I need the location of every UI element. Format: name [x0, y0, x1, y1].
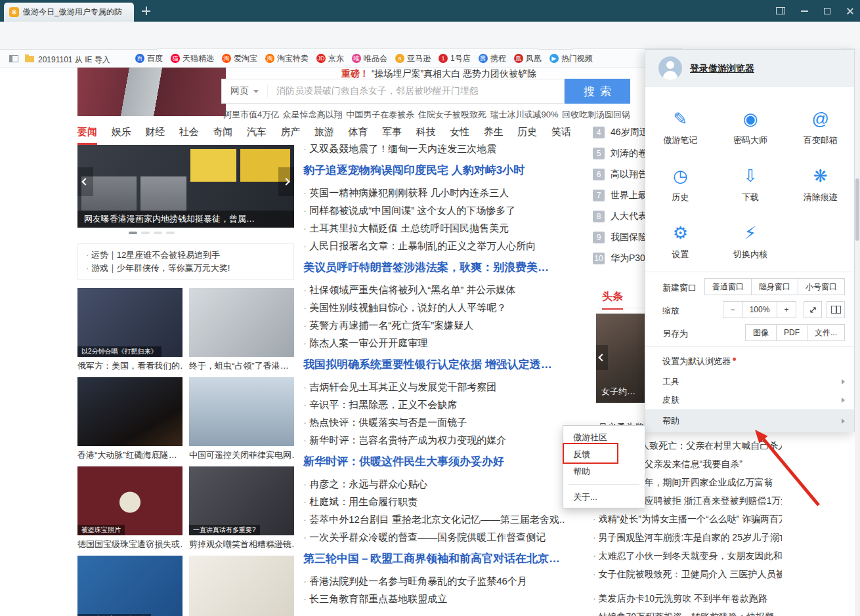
photo-card-image[interactable]: 被盗珠宝照片 — [77, 466, 183, 535]
headline-link[interactable]: 辛识平：扫黑除恶，正义不会缺席 — [303, 396, 572, 413]
headline-link[interactable]: 同样都被说成“中国间谍” 这个女人的下场惨多了 — [303, 201, 572, 219]
photo-card[interactable] — [189, 556, 294, 616]
headline-link[interactable]: 新华时评：供暖这件民生大事须办妥办好 — [303, 449, 572, 475]
submenu-help[interactable]: 帮助 — [563, 463, 645, 480]
photo-prev-icon[interactable] — [596, 345, 608, 370]
login-link[interactable]: 登录傲游浏览器 — [690, 63, 754, 75]
photo-card[interactable]: 中国可遥控关闭菲律宾电网… — [189, 377, 294, 461]
bookmark-item[interactable]: 1 1号店 — [439, 53, 471, 64]
photo-card-caption[interactable]: 终于，蛆虫“占领”了香港… — [189, 360, 294, 372]
submenu-community[interactable]: 傲游社区 — [563, 429, 645, 446]
new-window-option-button[interactable]: 隐身窗口 — [751, 278, 798, 295]
nav-tab[interactable]: 汽车 — [247, 126, 267, 145]
search-submit-button[interactable]: 搜索 — [565, 79, 630, 104]
headline-link[interactable]: 人民日报署名文章：止暴制乱的正义之举万人心所向 — [303, 237, 572, 255]
help-menu-item[interactable]: 帮助 — [645, 409, 854, 432]
scrollbar[interactable] — [855, 49, 860, 616]
bookmark-item[interactable]: 凰 凤凰 — [514, 53, 542, 64]
set-default-browser-item[interactable]: 设置为默认浏览器 — [645, 352, 854, 371]
nav-tab[interactable]: 社会 — [179, 126, 199, 145]
submenu-feedback[interactable]: 反馈 — [563, 446, 645, 463]
hotword-link[interactable]: 回收吃剩汤圆回锅 — [562, 109, 630, 121]
headline-link[interactable]: 香港法院判处一名参与旺角暴乱的女子监禁46个月 — [303, 572, 572, 590]
zoom-in-button[interactable]: + — [777, 301, 796, 318]
nav-tab[interactable]: 奇闻 — [213, 126, 232, 145]
photo-card-image[interactable]: 国务院台湾事务办公室 — [77, 556, 183, 616]
headline-link[interactable]: 陈杰人案一审公开开庭审理 — [303, 334, 572, 352]
maximize-button[interactable] — [824, 8, 830, 14]
photo-card-caption[interactable]: 德国国宝级珠宝遭窃损失或… — [77, 539, 183, 550]
layout-toggle-icon[interactable] — [776, 7, 785, 14]
bookmark-item[interactable]: 携 携程 — [479, 53, 506, 64]
hotword-link[interactable]: 住院女子被殴致死 — [418, 109, 486, 121]
nav-tab[interactable]: 娱乐 — [112, 126, 131, 145]
headline-link[interactable]: 新华时评：岂容名贵特产成为权力变现的媒介 — [303, 431, 572, 449]
headline-link[interactable]: 美国性别歧视触目惊心，说好的人人平等呢？ — [303, 298, 572, 316]
save-as-option-button[interactable]: 文件... — [807, 324, 845, 341]
menu-app-item[interactable]: ⚡ 切换内核 — [733, 223, 767, 260]
news-link[interactable]: 太难忍了小伙一到冬天就变身，女朋友因此和他分手 — [593, 546, 782, 565]
bookmark-item[interactable]: ▶ 热门视频 — [549, 53, 593, 64]
carousel-dots[interactable] — [129, 232, 175, 234]
bookmark-item[interactable]: 唯 唯品会 — [352, 53, 387, 64]
photo-card[interactable]: 香港“大动脉”红磡海底隧… — [77, 377, 183, 461]
headline-link[interactable]: 英警方再逮捕一名“死亡货车”案嫌疑人 — [303, 316, 572, 334]
menu-app-item[interactable]: @ 百变邮箱 — [804, 109, 838, 146]
nav-tab[interactable]: 房产 — [280, 126, 300, 145]
photo-card-caption[interactable]: 俄军方：美国，看看我们的… — [77, 360, 183, 372]
news-link[interactable]: 姑娘拿70万积蓄投资，转账前犹豫：快报警 — [593, 607, 782, 616]
headline-link[interactable]: 又双叒叕地震了！缅甸一天内连发三次地震 — [303, 140, 572, 157]
hotword-link[interactable]: 阿里市值4万亿 — [223, 109, 279, 121]
bookmark-item[interactable]: 淘 爱淘宝 — [222, 53, 257, 64]
photo-card[interactable]: 国务院台湾事务办公室 — [77, 556, 183, 616]
photo-card[interactable]: 终于，蛆虫“占领”了香港… — [189, 288, 294, 372]
menu-app-item[interactable]: ⇩ 下载 — [742, 166, 759, 203]
sidebar-toggle-icon[interactable] — [9, 55, 18, 62]
nav-tab[interactable]: 财经 — [145, 126, 165, 145]
browser-tab[interactable]: ❋ 傲游今日_傲游用户专属的防 — [4, 3, 134, 22]
carousel-prev-icon[interactable] — [77, 167, 93, 196]
save-as-option-button[interactable]: PDF — [776, 324, 807, 341]
skin-menu-item[interactable]: 皮肤 — [645, 391, 854, 409]
photo-card-image[interactable] — [189, 377, 294, 446]
quick-link[interactable]: 运势｜12星座谁不会被轻易追到手 — [86, 249, 286, 261]
scrollbar-thumb[interactable] — [855, 178, 859, 241]
headline-link[interactable]: 一次关乎群众冷暖的督查——国务院供暖工作督查侧记 — [303, 528, 572, 546]
new-window-option-button[interactable]: 小号窗口 — [798, 278, 845, 295]
news-link[interactable]: 女子住院被殴致死：卫健局介入 三医护人员被拘 — [593, 565, 782, 583]
page-search-box[interactable]: 网页 消防员凌晨破门救自杀女子，邻居被吵醒开门埋怨 — [221, 79, 565, 104]
menu-app-item[interactable]: ◷ 历史 — [672, 166, 689, 203]
search-input[interactable]: 消防员凌晨破门救自杀女子，邻居被吵醒开门埋怨 — [268, 85, 564, 97]
photo-card[interactable]: 以2分钟合唱《打靶归来》 俄军方：美国，看看我们的… — [77, 288, 183, 372]
photo-card-image[interactable] — [189, 288, 294, 357]
search-scope-dropdown[interactable]: 网页 — [222, 85, 268, 98]
carousel-dot[interactable] — [129, 232, 137, 234]
zoom-out-button[interactable]: − — [723, 301, 742, 318]
headline-link[interactable]: 我国拟明确系统重要性银行认定依据 增强认定透… — [303, 352, 572, 378]
bookmark-item[interactable]: 猫 天猫精选 — [171, 53, 214, 64]
photo-card-image[interactable] — [189, 556, 294, 616]
bookmark-item[interactable]: 淘 淘宝特卖 — [265, 53, 309, 64]
headline-link[interactable]: 土耳其里拉大幅贬值 土总统呼吁国民抛售美元 — [303, 219, 572, 237]
photo-card-caption[interactable]: 剪掉观众嘲笑首相糟糕逊镜… — [189, 539, 294, 550]
photo-card[interactable]: 一直讲真话有多重要? 剪掉观众嘲笑首相糟糕逊镜… — [189, 466, 294, 550]
avatar[interactable] — [658, 56, 682, 80]
headline-link[interactable]: 热点快评：供暖落实与否是一面镜子 — [303, 413, 572, 431]
fullscreen-button[interactable] — [804, 301, 822, 318]
bookmark-item[interactable]: 百 百度 — [135, 53, 163, 64]
photo-card-image[interactable]: 一直讲真话有多重要? — [189, 466, 294, 535]
new-window-option-button[interactable]: 普通窗口 — [704, 278, 752, 295]
news-link[interactable]: 男子围观坠河车崩溃:车是自家的 25岁儿子溺亡 — [593, 528, 782, 546]
headline-link[interactable]: 杜庭斌：用生命履行职责 — [303, 493, 572, 510]
news-link[interactable]: 戏精“处长”为博女主播一个“么么哒” 诈骗两百万 — [593, 510, 782, 528]
carousel-dot[interactable] — [166, 232, 175, 234]
hotword-link[interactable]: 瑞士冰川或减90% — [490, 109, 558, 121]
photo-card-caption[interactable]: 中国可遥控关闭菲律宾电网… — [189, 449, 294, 461]
carousel-next-icon[interactable] — [278, 167, 294, 196]
headline-link[interactable]: 长三角教育部重点基地联盟成立 — [303, 590, 572, 607]
bookmark-item[interactable]: JD 京东 — [316, 53, 344, 64]
tools-menu-item[interactable]: 工具 — [645, 373, 854, 391]
photo-card[interactable]: 被盗珠宝照片 德国国宝级珠宝遭窃损失或… — [77, 466, 183, 550]
headline-link[interactable]: 豹子追逐宠物狗误闯印度民宅 人豹对峙3小时 — [303, 157, 572, 184]
quick-link[interactable]: 游戏｜少年群侠传，等你赢万元大奖! — [86, 262, 286, 274]
